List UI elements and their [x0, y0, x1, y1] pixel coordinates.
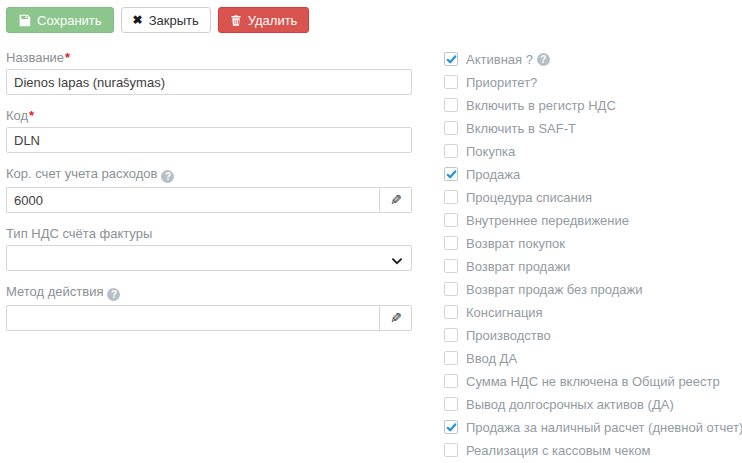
expense-account-input[interactable] [6, 187, 379, 213]
checkbox-label: Процедура списания [466, 190, 592, 205]
checkbox-row[interactable]: Реализация с кассовым чеком [444, 443, 742, 457]
checkbox-row[interactable]: Вывод долгосрочных активов (ДА) [444, 397, 742, 411]
code-input[interactable] [6, 127, 412, 153]
checkbox-label: Возврат продажи [466, 259, 570, 274]
help-icon: ? [161, 170, 174, 183]
checkbox-row[interactable]: Покупка [444, 144, 742, 158]
checkbox-checked[interactable] [444, 420, 458, 434]
floppy-disk-icon [18, 14, 31, 27]
checkbox-label: Активная ? [466, 52, 533, 67]
checkbox-unchecked[interactable] [444, 443, 458, 457]
checkbox-checked[interactable] [444, 52, 458, 66]
checkbox-row[interactable]: Продажа [444, 167, 742, 181]
checkbox-label: Покупка [466, 144, 515, 159]
close-button[interactable]: ✖ Закрыть [121, 7, 211, 33]
action-method-label: Метод действия? [6, 284, 412, 301]
checkbox-row[interactable]: Продажа за наличный расчет (дневной отче… [444, 420, 742, 434]
vat-invoice-type-label: Тип НДС счёта фактуры [6, 226, 412, 241]
checkbox-unchecked[interactable] [444, 282, 458, 296]
chevron-down-icon [391, 253, 403, 271]
required-asterisk: * [29, 108, 34, 123]
checkbox-label: Консигнация [466, 305, 543, 320]
checkbox-label: Производство [466, 328, 551, 343]
checkbox-row[interactable]: Включить в SAF-T [444, 121, 742, 135]
checkbox-list: Активная ??Приоритет?Включить в регистр … [444, 50, 742, 463]
checkbox-row[interactable]: Активная ?? [444, 52, 742, 66]
action-method-input[interactable] [6, 305, 379, 331]
checkbox-checked[interactable] [444, 167, 458, 181]
checkbox-row[interactable]: Возврат покупок [444, 236, 742, 250]
checkbox-row[interactable]: Возврат продажи [444, 259, 742, 273]
checkbox-label: Внутреннее передвижение [466, 213, 629, 228]
checkbox-label: Продажа [466, 167, 520, 182]
checkbox-row[interactable]: Внутреннее передвижение [444, 213, 742, 227]
checkbox-unchecked[interactable] [444, 259, 458, 273]
checkbox-label: Вывод долгосрочных активов (ДА) [466, 397, 674, 412]
checkbox-unchecked[interactable] [444, 213, 458, 227]
checkbox-label: Сумма НДС не включена в Общий реестр [466, 374, 720, 389]
checkbox-unchecked[interactable] [444, 374, 458, 388]
checkbox-unchecked[interactable] [444, 121, 458, 135]
action-method-edit-button[interactable]: ✎ [379, 305, 412, 331]
expense-account-label: Кор. счет учета расходов? [6, 166, 412, 183]
checkbox-row[interactable]: Производство [444, 328, 742, 342]
checkbox-label: Приоритет? [466, 75, 537, 90]
checkbox-unchecked[interactable] [444, 98, 458, 112]
checkbox-label: Ввод ДА [466, 351, 517, 366]
save-button[interactable]: Сохранить [6, 7, 114, 33]
checkbox-label: Продажа за наличный расчет (дневной отче… [466, 420, 742, 435]
code-field-label: Код* [6, 108, 412, 123]
checkbox-unchecked[interactable] [444, 397, 458, 411]
checkbox-label: Включить в SAF-T [466, 121, 576, 136]
checkbox-label: Реализация с кассовым чеком [466, 443, 650, 458]
vat-invoice-type-select[interactable] [6, 245, 412, 271]
field-label-text: Кор. счет учета расходов [6, 166, 157, 181]
field-label-text: Тип НДС счёта фактуры [6, 226, 152, 241]
help-icon: ? [107, 288, 120, 301]
expense-account-edit-button[interactable]: ✎ [379, 187, 412, 213]
checkbox-label: Возврат покупок [466, 236, 565, 251]
close-button-label: Закрыть [149, 14, 199, 27]
settings-form-page: Сохранить ✖ Закрыть Удалить Название* [0, 0, 742, 463]
checkbox-unchecked[interactable] [444, 351, 458, 365]
checkbox-unchecked[interactable] [444, 328, 458, 342]
checkbox-row[interactable]: Процедура списания [444, 190, 742, 204]
checkbox-unchecked[interactable] [444, 236, 458, 250]
checkbox-row[interactable]: Включить в регистр НДС [444, 98, 742, 112]
name-field-label: Название* [6, 50, 412, 65]
trash-icon [230, 14, 242, 27]
delete-button[interactable]: Удалить [218, 7, 310, 33]
checkbox-label: Возврат продаж без продажи [466, 282, 643, 297]
required-asterisk: * [65, 50, 70, 65]
checkbox-row[interactable]: Ввод ДА [444, 351, 742, 365]
field-group-name: Название* [6, 50, 412, 95]
checkbox-row[interactable]: Возврат продаж без продажи [444, 282, 742, 296]
checkbox-unchecked[interactable] [444, 75, 458, 89]
field-label-text: Метод действия [6, 284, 103, 299]
field-label-text: Код [6, 108, 28, 123]
name-input[interactable] [6, 69, 412, 95]
field-group-code: Код* [6, 108, 412, 153]
checkbox-row[interactable]: Приоритет? [444, 75, 742, 89]
field-group-expense-account: Кор. счет учета расходов? ✎ [6, 166, 412, 213]
checkbox-row[interactable]: Консигнация [444, 305, 742, 319]
close-icon: ✖ [133, 14, 143, 26]
save-button-label: Сохранить [37, 14, 102, 27]
pencil-icon: ✎ [390, 192, 402, 208]
form-fields-column: Название* Код* Кор. счет учета расходов?… [6, 50, 412, 463]
field-label-text: Название [6, 50, 64, 65]
checkbox-unchecked[interactable] [444, 144, 458, 158]
checkbox-unchecked[interactable] [444, 190, 458, 204]
delete-button-label: Удалить [248, 14, 298, 27]
checkbox-label: Включить в регистр НДС [466, 98, 616, 113]
checkbox-unchecked[interactable] [444, 305, 458, 319]
checkbox-row[interactable]: Сумма НДС не включена в Общий реестр [444, 374, 742, 388]
pencil-icon: ✎ [390, 310, 402, 326]
toolbar: Сохранить ✖ Закрыть Удалить [6, 7, 736, 33]
field-group-vat-invoice-type: Тип НДС счёта фактуры [6, 226, 412, 271]
field-group-action-method: Метод действия? ✎ [6, 284, 412, 331]
help-icon: ? [537, 53, 550, 66]
